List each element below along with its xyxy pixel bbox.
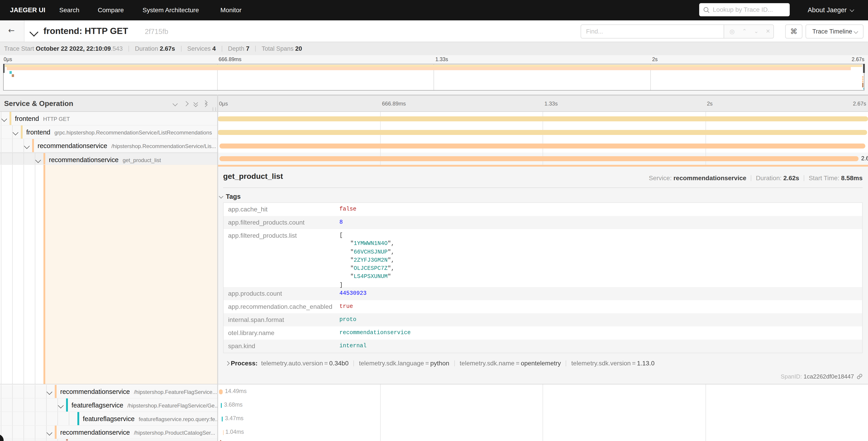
detail-left-column bbox=[0, 165, 217, 384]
span-bar[interactable] bbox=[222, 416, 223, 421]
collapse-one-icon[interactable] bbox=[173, 101, 178, 107]
nav-item-compare[interactable]: Compare bbox=[98, 0, 124, 20]
trace-title-chevron-icon[interactable] bbox=[29, 28, 38, 37]
trace-id-search-placeholder: Lookup by Trace ID... bbox=[713, 3, 773, 16]
span-service-name[interactable]: frontendgrpc.hipstershop.RecommendationS… bbox=[21, 125, 212, 139]
tag-row[interactable]: internal.span.formatproto bbox=[223, 313, 862, 326]
minimap-tick-label: 666.89ms bbox=[219, 57, 242, 62]
span-row[interactable]: featureflagservice/hipstershop.FeatureFl… bbox=[0, 399, 868, 412]
span-row[interactable]: recommendationservice/hipstershop.Produc… bbox=[0, 425, 868, 439]
span-bar[interactable] bbox=[221, 403, 222, 408]
clear-find-icon[interactable]: ✕ bbox=[766, 25, 770, 38]
focus-icon[interactable]: ◎ bbox=[730, 25, 735, 38]
minimap-tick-label: 0μs bbox=[4, 57, 12, 62]
span-service-name[interactable]: recommendationservice/hipstershop.Featur… bbox=[55, 385, 217, 398]
detail-meta-item: Service: recommendationservice bbox=[649, 174, 746, 182]
summary-item: Depth 7 bbox=[228, 45, 250, 52]
span-service-name[interactable]: recommendationservice/hipstershop.Recomm… bbox=[32, 139, 216, 152]
row-collapse-chevron-icon[interactable] bbox=[46, 389, 52, 394]
tag-row[interactable]: app.filtered_products.list["1YMWWN1N4O",… bbox=[223, 229, 862, 287]
tag-key: app.filtered_products.list bbox=[228, 229, 297, 242]
span-bar[interactable] bbox=[218, 130, 867, 135]
tag-row[interactable]: otel.library.namerecommendationservice bbox=[223, 326, 862, 340]
tag-value: recommendationservice bbox=[339, 326, 411, 340]
span-operation: /hipstershop.FeatureFlagService/Ge... bbox=[123, 403, 217, 409]
span-name-column[interactable]: recommendationservice/hipstershop.Recomm… bbox=[0, 139, 217, 153]
tag-row[interactable]: app.products.count44530923 bbox=[223, 287, 862, 300]
nav-item-system-architecture[interactable]: System Architecture bbox=[143, 0, 199, 20]
tag-value: ["1YMWWN1N4O","66VCHSJNUP","2ZYFJ3GM2N",… bbox=[339, 231, 394, 289]
span-service-name[interactable]: recommendationserviceget_product_list bbox=[43, 153, 161, 164]
find-input[interactable]: Find... bbox=[581, 25, 724, 38]
span-operation: grpc.hipstershop.RecommendationService/L… bbox=[50, 129, 212, 136]
tags-section-toggle[interactable]: Tags bbox=[226, 193, 241, 200]
back-button[interactable]: ← bbox=[0, 20, 25, 42]
column-divider[interactable] bbox=[217, 95, 218, 441]
find-placeholder: Find... bbox=[586, 25, 603, 38]
span-name-column[interactable]: recommendationserviceget_product_list bbox=[0, 153, 217, 165]
axis-tick-label: 666.89ms bbox=[382, 95, 406, 111]
span-name-column[interactable]: featureflagservice/hipstershop.FeatureFl… bbox=[0, 399, 217, 412]
row-collapse-chevron-icon[interactable] bbox=[24, 143, 29, 148]
row-collapse-chevron-icon[interactable] bbox=[35, 157, 41, 163]
row-collapse-chevron-icon[interactable] bbox=[46, 430, 52, 435]
span-bar[interactable] bbox=[223, 430, 223, 435]
span-service-name[interactable]: recommendationservice/hipstershop.Produc… bbox=[55, 425, 215, 439]
search-icon bbox=[703, 6, 710, 13]
prev-result-icon[interactable]: ⌃ bbox=[742, 25, 747, 38]
span-name-column[interactable]: recommendationservice/hipstershop.Produc… bbox=[0, 425, 217, 439]
process-section-toggle[interactable]: Process: telemetry.auto.version = 0.34b0… bbox=[223, 356, 863, 370]
span-row[interactable]: recommendationservice/hipstershop.Featur… bbox=[0, 385, 868, 399]
nav-item-search[interactable]: Search bbox=[59, 0, 80, 20]
span-bar[interactable] bbox=[220, 440, 221, 441]
span-bar[interactable] bbox=[219, 389, 222, 394]
span-bar[interactable] bbox=[218, 116, 868, 121]
span-operation: featureflagservice.repo.query:fe... bbox=[135, 416, 217, 422]
span-detail-meta: Service: recommendationserviceDuration: … bbox=[649, 174, 863, 182]
find-controls: ◎ ⌃ ⌄ ✕ bbox=[724, 25, 774, 38]
span-row[interactable]: recommendationservice/hipstershop.Recomm… bbox=[0, 139, 868, 153]
expand-one-icon[interactable] bbox=[184, 101, 189, 107]
tag-row[interactable]: span.kindinternal bbox=[223, 340, 862, 353]
span-name-column[interactable]: recommendationservice/hipstershop.Featur… bbox=[0, 385, 217, 399]
tag-row[interactable]: app.filtered_products.count8 bbox=[223, 216, 862, 229]
span-bar[interactable] bbox=[219, 143, 865, 148]
span-row[interactable]: frontendHTTP GET bbox=[0, 112, 868, 125]
view-type-select[interactable]: Trace Timeline bbox=[806, 25, 864, 38]
span-row[interactable]: recommendationserviceget_product_list2.6… bbox=[0, 153, 868, 165]
span-name-column[interactable]: frontendHTTP GET bbox=[0, 112, 217, 125]
span-row[interactable]: featureflagservicefeatureflagservice.rep… bbox=[0, 412, 868, 425]
row-collapse-chevron-icon[interactable] bbox=[13, 129, 18, 135]
row-collapse-chevron-icon[interactable] bbox=[1, 116, 7, 121]
span-service-name[interactable]: frontendHTTP GET bbox=[9, 112, 70, 125]
span-service-name[interactable]: featureflagservicefeatureflagservice.rep… bbox=[78, 412, 217, 425]
column-resize-handle[interactable] bbox=[213, 107, 216, 111]
span-service-name[interactable]: featureflagservice/hipstershop.FeatureFl… bbox=[66, 399, 217, 412]
span-name-column[interactable]: featureflagservicefeatureflagservice.rep… bbox=[0, 412, 217, 425]
span-operation: /hipstershop.FeatureFlagService... bbox=[130, 389, 217, 395]
tag-row[interactable]: app.recommendation.cache_enabledtrue bbox=[223, 300, 862, 313]
trace-id-search-input[interactable]: Lookup by Trace ID... bbox=[699, 3, 790, 16]
detail-divider bbox=[223, 187, 863, 188]
tag-row[interactable]: app.cache_hitfalse bbox=[223, 203, 862, 216]
keyboard-shortcuts-button[interactable]: ⌘ bbox=[785, 25, 802, 38]
next-result-icon[interactable]: ⌄ bbox=[754, 25, 758, 38]
row-collapse-chevron-icon[interactable] bbox=[58, 403, 63, 408]
about-jaeger-menu[interactable]: About Jaeger bbox=[808, 0, 854, 20]
minimap-scrubber-handle-left[interactable] bbox=[3, 64, 4, 73]
minimap-scrubber-handle-right[interactable] bbox=[863, 64, 865, 73]
span-row[interactable]: frontendgrpc.hipstershop.RecommendationS… bbox=[0, 125, 868, 139]
detail-left-tint bbox=[45, 165, 217, 384]
span-name-column[interactable]: frontendgrpc.hipstershop.RecommendationS… bbox=[0, 125, 217, 139]
span-bar[interactable] bbox=[219, 156, 859, 161]
span-row[interactable] bbox=[0, 439, 868, 441]
brand[interactable]: JAEGER UI bbox=[10, 0, 45, 20]
minimap-tick-labels: 0μs666.89ms1.33s2s2.67s bbox=[0, 55, 868, 64]
summary-item: Total Spans 20 bbox=[261, 45, 302, 52]
link-icon[interactable] bbox=[857, 374, 863, 379]
nav-item-monitor[interactable]: Monitor bbox=[220, 0, 242, 20]
span-name-column[interactable] bbox=[0, 439, 217, 441]
trace-minimap[interactable] bbox=[3, 64, 864, 91]
span-id-value: 1ca2262df0e18447 bbox=[804, 373, 854, 380]
chevron-down-icon bbox=[854, 29, 858, 33]
